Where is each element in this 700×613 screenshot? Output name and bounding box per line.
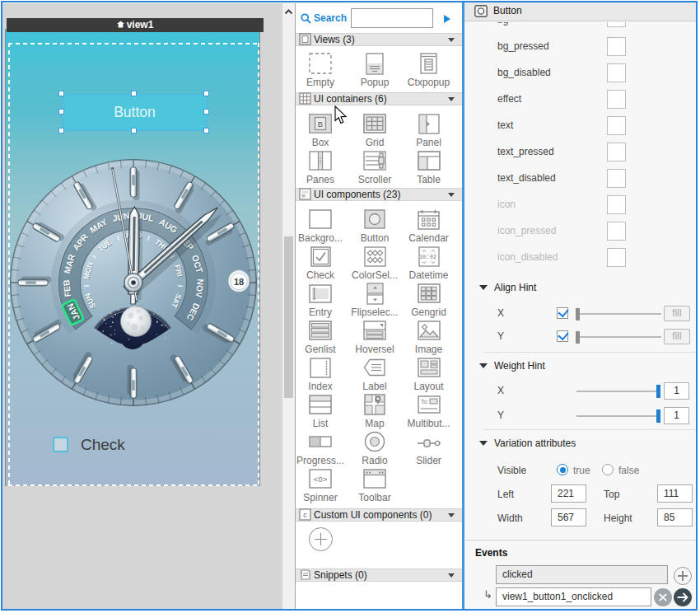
svg-text:<0>: <0> bbox=[314, 475, 328, 484]
svg-text:02: 02 bbox=[430, 255, 436, 260]
svg-text:To:: To: bbox=[421, 399, 428, 405]
svg-text:B: B bbox=[318, 119, 323, 129]
svg-text:c: c bbox=[303, 511, 307, 519]
svg-text:10:: 10: bbox=[419, 255, 429, 260]
